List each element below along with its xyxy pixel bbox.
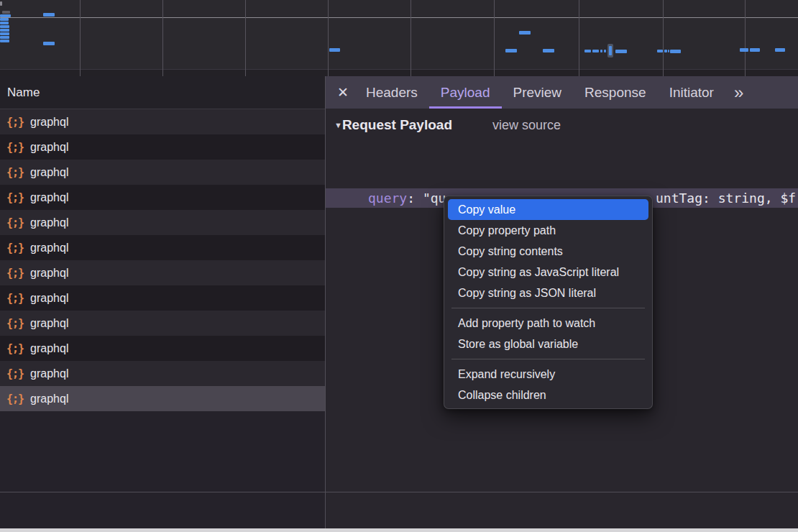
window-bottom-edge: [0, 528, 798, 532]
request-row-graphql[interactable]: {;}graphql: [0, 109, 326, 134]
view-source-link[interactable]: view source: [492, 118, 561, 132]
request-payload-section-header: ▼Request Payloadview source: [334, 117, 561, 133]
context-menu: Copy valueCopy property pathCopy string …: [444, 196, 653, 409]
waterfall-request-bar[interactable]: [0, 25, 9, 28]
marker-core: [609, 46, 612, 55]
request-name-label: graphql: [30, 242, 68, 254]
request-name-label: graphql: [30, 267, 68, 280]
waterfall-request-bar[interactable]: [592, 50, 599, 52]
json-braces-icon: {;}: [6, 191, 24, 204]
request-row-graphql[interactable]: {;}graphql: [0, 134, 326, 160]
waterfall-request-bar[interactable]: [0, 14, 11, 17]
name-column-header[interactable]: Name: [0, 76, 326, 109]
tab-preview[interactable]: Preview: [502, 76, 574, 109]
waterfall-request-bar[interactable]: [615, 50, 627, 53]
waterfall-request-bar[interactable]: [740, 48, 748, 52]
waterfall-request-bar[interactable]: [750, 48, 760, 52]
waterfall-request-bar[interactable]: [775, 48, 785, 52]
waterfall-request-bar[interactable]: [584, 50, 591, 52]
json-braces-icon: {;}: [6, 166, 24, 179]
json-braces-icon: {;}: [6, 393, 24, 405]
request-row-graphql[interactable]: {;}graphql: [0, 235, 326, 260]
waterfall-request-bar[interactable]: [543, 49, 554, 52]
request-row-graphql[interactable]: {;}graphql: [0, 185, 326, 210]
menu-separator: [451, 359, 645, 359]
menu-item-store-as-global-variable[interactable]: Store as global variable: [448, 334, 648, 354]
menu-item-add-property-path-to-watch[interactable]: Add property path to watch: [448, 313, 648, 334]
property-value-left-fragment: "qu: [423, 191, 446, 206]
close-icon[interactable]: ✕: [331, 76, 354, 109]
waterfall-request-bar[interactable]: [2, 11, 10, 14]
request-row-graphql[interactable]: {;}graphql: [0, 336, 326, 361]
waterfall-request-bar[interactable]: [505, 49, 517, 52]
waterfall-request-bar[interactable]: [0, 36, 9, 39]
waterfall-request-bar[interactable]: [329, 48, 340, 52]
more-tabs-icon[interactable]: »: [725, 76, 750, 109]
waterfall-request-bar[interactable]: [43, 42, 55, 45]
waterfall-request-bar[interactable]: [0, 1, 2, 6]
request-row-graphql[interactable]: {;}graphql: [0, 285, 326, 311]
menu-item-copy-value[interactable]: Copy value: [448, 199, 648, 220]
request-name-label: graphql: [30, 166, 68, 179]
waterfall-request-bar[interactable]: [668, 50, 669, 52]
waterfall-request-bar[interactable]: [0, 18, 9, 21]
waterfall-selected-marker[interactable]: [607, 44, 613, 58]
menu-item-copy-string-as-json-literal[interactable]: Copy string as JSON literal: [448, 283, 648, 303]
request-row-graphql[interactable]: {;}graphql: [0, 260, 326, 285]
timeline-gridline: [411, 0, 411, 76]
request-row-graphql[interactable]: {;}graphql: [0, 210, 326, 235]
waterfall-request-bar[interactable]: [664, 50, 667, 52]
tab-initiator[interactable]: Initiator: [658, 76, 725, 109]
menu-item-copy-string-as-javascript-literal[interactable]: Copy string as JavaScript literal: [448, 262, 648, 283]
summary-bar-divider: [0, 492, 798, 492]
menu-item-collapse-children[interactable]: Collapse children: [448, 385, 648, 405]
request-name-label: graphql: [30, 367, 68, 380]
waterfall-request-bar[interactable]: [0, 22, 9, 24]
tab-payload[interactable]: Payload: [429, 76, 502, 109]
timeline-gridline: [328, 0, 329, 76]
request-name-label: graphql: [30, 191, 68, 204]
menu-item-expand-recursively[interactable]: Expand recursively: [448, 364, 648, 385]
menu-item-copy-property-path[interactable]: Copy property path: [448, 220, 648, 241]
waterfall-request-bar[interactable]: [670, 50, 681, 53]
timeline-gridline: [579, 0, 579, 76]
tab-headers[interactable]: Headers: [354, 76, 429, 109]
collapse-triangle-icon[interactable]: ▼: [334, 121, 342, 129]
json-braces-icon: {;}: [6, 141, 24, 154]
request-row-graphql[interactable]: {;}graphql: [0, 160, 326, 185]
waterfall-request-bar[interactable]: [600, 50, 602, 52]
request-row-graphql[interactable]: {;}graphql: [0, 311, 326, 336]
waterfall-request-bar[interactable]: [0, 40, 9, 42]
timeline-gridline: [80, 0, 81, 76]
request-row-graphql[interactable]: {;}graphql: [0, 361, 326, 386]
request-payload-title: Request Payload: [342, 117, 452, 132]
request-name-label: graphql: [30, 116, 68, 129]
json-braces-icon: {;}: [6, 317, 24, 330]
waterfall-request-bar[interactable]: [604, 50, 606, 52]
menu-item-copy-string-contents[interactable]: Copy string contents: [448, 241, 648, 262]
request-name-label: graphql: [30, 393, 68, 405]
key-separator: :: [407, 191, 423, 206]
timeline-gridline: [162, 0, 163, 76]
request-name-label: graphql: [30, 216, 68, 229]
request-name-label: graphql: [30, 317, 68, 330]
network-overview-timeline[interactable]: [0, 0, 798, 76]
request-name-label: graphql: [30, 342, 68, 355]
json-braces-icon: {;}: [6, 292, 24, 305]
timeline-gridline: [663, 0, 664, 76]
request-list-panel: Name {;}graphql{;}graphql{;}graphql{;}gr…: [0, 76, 326, 528]
detail-tab-bar: ✕ HeadersPayloadPreviewResponseInitiator…: [326, 76, 798, 109]
waterfall-request-bar[interactable]: [0, 29, 9, 32]
timeline-gridline: [745, 0, 746, 76]
request-row-graphql[interactable]: {;}graphql: [0, 386, 326, 411]
property-value-right-fragment: untTag: string, $f: [656, 188, 796, 208]
waterfall-request-bar[interactable]: [657, 50, 663, 52]
panel-split-divider[interactable]: [325, 76, 326, 528]
waterfall-request-bar[interactable]: [0, 32, 9, 35]
timeline-gridline: [494, 0, 495, 76]
timeline-baseline: [0, 17, 798, 18]
waterfall-request-bar[interactable]: [43, 13, 55, 17]
waterfall-request-bar[interactable]: [519, 31, 531, 35]
name-column-label: Name: [7, 86, 40, 100]
tab-response[interactable]: Response: [573, 76, 658, 109]
